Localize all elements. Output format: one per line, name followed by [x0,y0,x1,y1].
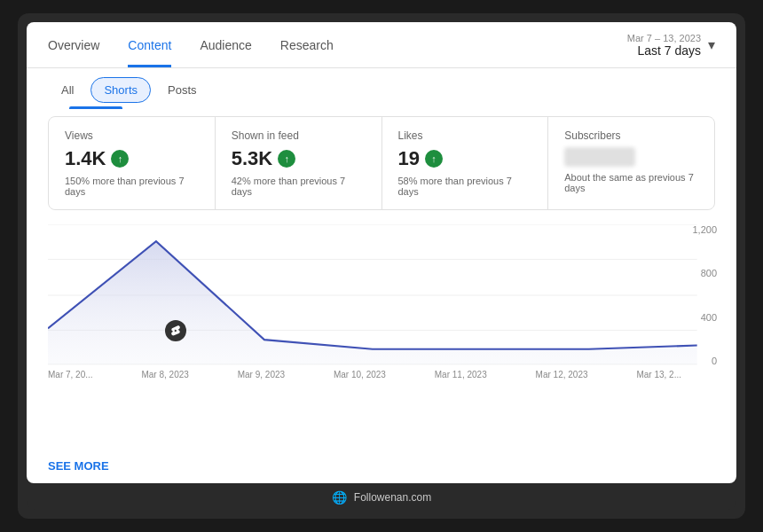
stat-value-row-views: 1.4K ↑ [65,147,199,170]
feed-up-arrow: ↑ [278,150,295,168]
filter-active-underline [69,106,122,109]
stat-card-likes: Likes 19 ↑ 58% more than previous 7 days [382,117,549,209]
tab-audience[interactable]: Audience [200,22,251,67]
filter-posts[interactable]: Posts [154,77,210,103]
tab-overview[interactable]: Overview [48,22,99,67]
date-range-text: Mar 7 – 13, 2023 Last 7 days [627,33,701,58]
stat-value-row-feed: 5.3K ↑ [232,147,366,170]
stat-card-subscribers: Subscribers About the same as previous 7… [548,117,714,209]
see-more-link[interactable]: SEE MORE [27,452,736,483]
y-axis-labels: 1,200 800 400 0 [685,224,717,366]
chart-container: 1,200 800 400 0 [48,224,715,366]
views-up-arrow: ↑ [111,150,129,168]
likes-up-arrow: ↑ [425,150,443,168]
globe-icon: 🌐 [332,490,347,505]
tab-research[interactable]: Research [280,22,334,67]
stats-row: Views 1.4K ↑ 150% more than previous 7 d… [48,116,715,210]
stat-value-row-likes: 19 ↑ [398,147,532,170]
shorts-marker-icon [165,320,186,341]
filter-shorts[interactable]: Shorts [90,77,151,103]
top-nav: Overview Content Audience Research Mar 7… [27,22,736,68]
x-axis-labels: Mar 7, 20... Mar 8, 2023 Mar 9, 2023 Mar… [48,370,715,379]
stat-card-views: Views 1.4K ↑ 150% more than previous 7 d… [49,117,216,209]
chevron-down-icon: ▾ [708,36,715,53]
filter-all[interactable]: All [48,77,87,103]
inner-card: Overview Content Audience Research Mar 7… [27,22,736,483]
subscribers-value-blurred [564,147,635,167]
stat-card-shown-in-feed: Shown in feed 5.3K ↑ 42% more than previ… [216,117,382,209]
date-range-selector[interactable]: Mar 7 – 13, 2023 Last 7 days ▾ [627,33,715,58]
outer-frame: Overview Content Audience Research Mar 7… [18,13,745,519]
chart-svg [48,224,715,366]
tab-content[interactable]: Content [128,22,171,67]
filter-underline-container [27,103,736,109]
filter-row: All Shorts Posts [27,68,736,103]
bottom-bar: 🌐 Followenan.com [27,485,736,510]
chart-area: 1,200 800 400 0 Mar 7, 20... Mar 8, 2023… [27,210,736,452]
nav-tabs: Overview Content Audience Research [48,22,334,67]
chart-area-fill [48,241,697,364]
